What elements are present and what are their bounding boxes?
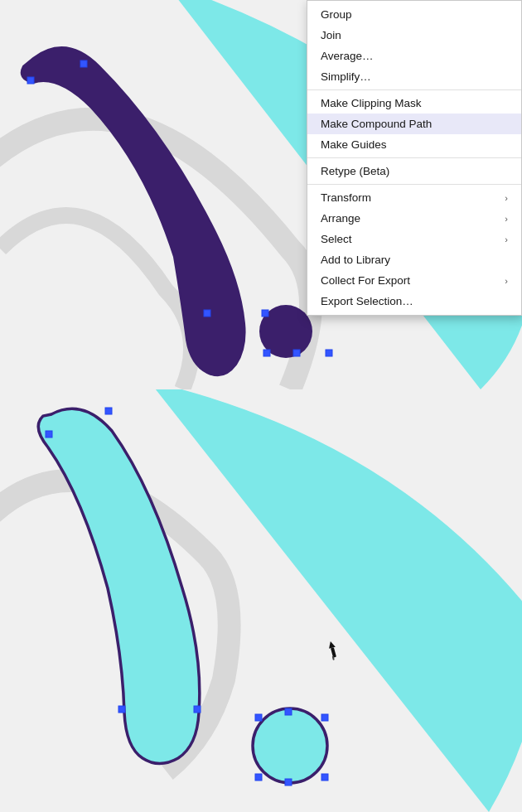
svg-rect-16: [255, 774, 262, 781]
svg-rect-5: [263, 350, 270, 356]
menu-separator: [307, 157, 521, 158]
menu-item-label-group: Group: [321, 8, 352, 21]
submenu-arrow-icon: ›: [505, 214, 508, 224]
menu-item-group[interactable]: Group: [307, 4, 521, 25]
menu-item-collect-for-export[interactable]: Collect For Export›: [307, 270, 521, 291]
svg-rect-7: [326, 350, 332, 356]
svg-marker-20: [327, 640, 336, 649]
menu-separator: [307, 184, 521, 185]
menu-item-label-simplify: Simplify…: [321, 70, 371, 83]
menu-item-label-make-guides: Make Guides: [321, 138, 387, 151]
menu-item-make-guides[interactable]: Make Guides: [307, 134, 521, 155]
svg-rect-12: [194, 706, 201, 713]
svg-rect-14: [285, 708, 292, 715]
menu-item-make-clipping-mask[interactable]: Make Clipping Mask: [307, 93, 521, 114]
menu-item-join[interactable]: Join: [307, 25, 521, 46]
svg-rect-18: [285, 779, 292, 785]
menu-separator: [307, 89, 521, 90]
svg-rect-1: [80, 60, 87, 67]
menu-item-arrange[interactable]: Arrange›: [307, 208, 521, 229]
menu-item-retype[interactable]: Retype (Beta): [307, 161, 521, 181]
submenu-arrow-icon: ›: [505, 234, 508, 244]
menu-item-label-join: Join: [321, 29, 341, 41]
submenu-arrow-icon: ›: [505, 276, 508, 286]
svg-rect-10: [46, 431, 52, 437]
svg-rect-2: [27, 77, 34, 84]
svg-rect-6: [293, 350, 300, 356]
svg-rect-19: [331, 647, 336, 658]
menu-item-label-average: Average…: [321, 50, 374, 62]
menu-item-average[interactable]: Average…: [307, 46, 521, 66]
menu-item-select[interactable]: Select›: [307, 229, 521, 249]
svg-rect-17: [321, 774, 328, 781]
menu-items-container: GroupJoinAverage…Simplify…Make Clipping …: [307, 4, 521, 312]
svg-rect-3: [204, 310, 210, 317]
svg-point-8: [253, 708, 327, 783]
svg-rect-11: [118, 706, 125, 713]
svg-rect-13: [255, 714, 262, 721]
menu-item-label-collect-for-export: Collect For Export: [321, 274, 410, 287]
menu-item-simplify[interactable]: Simplify…: [307, 66, 521, 87]
canvas-bottom: [0, 389, 522, 812]
context-menu: GroupJoinAverage…Simplify…Make Clipping …: [307, 0, 522, 316]
menu-item-label-add-to-library: Add to Library: [321, 254, 390, 266]
menu-item-make-compound-path[interactable]: Make Compound Path: [307, 114, 521, 134]
menu-item-label-retype: Retype (Beta): [321, 165, 389, 177]
menu-item-export-selection[interactable]: Export Selection…: [307, 291, 521, 312]
menu-item-label-make-compound-path: Make Compound Path: [321, 118, 432, 130]
menu-item-label-transform: Transform: [321, 191, 371, 204]
menu-item-label-select: Select: [321, 233, 352, 245]
menu-item-label-arrange: Arrange: [321, 212, 360, 225]
menu-item-label-make-clipping-mask: Make Clipping Mask: [321, 97, 422, 109]
menu-item-label-export-selection: Export Selection…: [321, 295, 413, 307]
menu-item-transform[interactable]: Transform›: [307, 187, 521, 208]
svg-rect-9: [105, 408, 112, 414]
svg-rect-4: [262, 310, 268, 317]
submenu-arrow-icon: ›: [505, 193, 508, 203]
menu-item-add-to-library[interactable]: Add to Library: [307, 249, 521, 270]
svg-rect-15: [321, 714, 328, 721]
